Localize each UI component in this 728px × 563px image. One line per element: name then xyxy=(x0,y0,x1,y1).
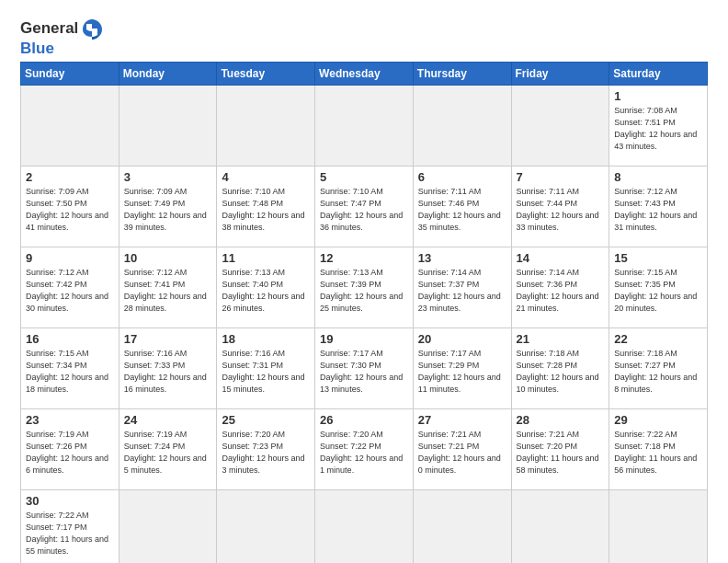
calendar-cell: 29Sunrise: 7:22 AMSunset: 7:18 PMDayligh… xyxy=(609,409,708,490)
calendar-row: 2Sunrise: 7:09 AMSunset: 7:50 PMDaylight… xyxy=(21,167,708,247)
day-info: Sunrise: 7:10 AMSunset: 7:47 PMDaylight:… xyxy=(320,186,408,234)
day-number: 22 xyxy=(614,332,702,346)
calendar-cell: 17Sunrise: 7:16 AMSunset: 7:33 PMDayligh… xyxy=(119,328,217,409)
calendar-cell: 24Sunrise: 7:19 AMSunset: 7:24 PMDayligh… xyxy=(119,409,217,490)
day-info: Sunrise: 7:14 AMSunset: 7:37 PMDaylight:… xyxy=(418,267,506,315)
day-number: 24 xyxy=(124,413,212,427)
day-number: 13 xyxy=(418,251,506,265)
day-info: Sunrise: 7:20 AMSunset: 7:23 PMDaylight:… xyxy=(222,429,310,477)
calendar-cell: 14Sunrise: 7:14 AMSunset: 7:36 PMDayligh… xyxy=(511,247,609,328)
calendar-cell: 23Sunrise: 7:19 AMSunset: 7:26 PMDayligh… xyxy=(21,409,119,490)
day-number: 14 xyxy=(517,251,605,265)
calendar-cell: 10Sunrise: 7:12 AMSunset: 7:41 PMDayligh… xyxy=(119,247,217,328)
day-number: 15 xyxy=(614,251,702,265)
calendar: SundayMondayTuesdayWednesdayThursdayFrid… xyxy=(20,62,708,563)
calendar-cell xyxy=(511,490,609,564)
page: General Blue SundayMondayTuesdayWednesda… xyxy=(0,0,728,563)
calendar-cell: 1Sunrise: 7:08 AMSunset: 7:51 PMDaylight… xyxy=(609,86,708,167)
logo-blue-text: Blue xyxy=(20,40,106,56)
calendar-cell: 21Sunrise: 7:18 AMSunset: 7:28 PMDayligh… xyxy=(511,328,609,409)
day-number: 12 xyxy=(320,251,408,265)
calendar-cell xyxy=(511,86,609,167)
day-info: Sunrise: 7:19 AMSunset: 7:24 PMDaylight:… xyxy=(124,429,212,477)
day-number: 17 xyxy=(124,332,212,346)
day-info: Sunrise: 7:15 AMSunset: 7:35 PMDaylight:… xyxy=(614,267,702,315)
day-info: Sunrise: 7:12 AMSunset: 7:43 PMDaylight:… xyxy=(614,186,702,234)
day-number: 27 xyxy=(418,413,506,427)
day-info: Sunrise: 7:10 AMSunset: 7:48 PMDaylight:… xyxy=(222,186,310,234)
weekday-header: Wednesday xyxy=(315,63,414,86)
calendar-cell xyxy=(119,490,217,564)
day-info: Sunrise: 7:12 AMSunset: 7:42 PMDaylight:… xyxy=(26,267,114,315)
day-info: Sunrise: 7:18 AMSunset: 7:27 PMDaylight:… xyxy=(614,348,702,396)
calendar-row: 9Sunrise: 7:12 AMSunset: 7:42 PMDaylight… xyxy=(21,247,708,328)
day-info: Sunrise: 7:22 AMSunset: 7:18 PMDaylight:… xyxy=(614,429,702,477)
day-number: 3 xyxy=(124,170,212,184)
day-number: 6 xyxy=(418,170,506,184)
calendar-cell: 8Sunrise: 7:12 AMSunset: 7:43 PMDaylight… xyxy=(609,167,708,247)
calendar-cell xyxy=(315,86,414,167)
logo-icon xyxy=(79,17,105,42)
day-info: Sunrise: 7:13 AMSunset: 7:39 PMDaylight:… xyxy=(320,267,408,315)
calendar-cell xyxy=(609,490,708,564)
day-info: Sunrise: 7:21 AMSunset: 7:20 PMDaylight:… xyxy=(517,429,605,477)
calendar-cell: 11Sunrise: 7:13 AMSunset: 7:40 PMDayligh… xyxy=(217,247,315,328)
day-info: Sunrise: 7:11 AMSunset: 7:44 PMDaylight:… xyxy=(517,186,605,234)
calendar-cell: 13Sunrise: 7:14 AMSunset: 7:37 PMDayligh… xyxy=(413,247,511,328)
day-info: Sunrise: 7:21 AMSunset: 7:21 PMDaylight:… xyxy=(418,429,506,477)
day-number: 20 xyxy=(418,332,506,346)
calendar-row: 30Sunrise: 7:22 AMSunset: 7:17 PMDayligh… xyxy=(21,490,708,564)
weekday-header-row: SundayMondayTuesdayWednesdayThursdayFrid… xyxy=(21,63,708,86)
day-info: Sunrise: 7:09 AMSunset: 7:50 PMDaylight:… xyxy=(26,186,114,234)
day-info: Sunrise: 7:08 AMSunset: 7:51 PMDaylight:… xyxy=(614,105,702,153)
day-number: 18 xyxy=(222,332,310,346)
day-number: 4 xyxy=(222,170,310,184)
day-number: 7 xyxy=(517,170,605,184)
day-number: 29 xyxy=(614,413,702,427)
weekday-header: Tuesday xyxy=(217,63,315,86)
weekday-header: Friday xyxy=(511,63,609,86)
calendar-cell: 4Sunrise: 7:10 AMSunset: 7:48 PMDaylight… xyxy=(217,167,315,247)
day-info: Sunrise: 7:16 AMSunset: 7:31 PMDaylight:… xyxy=(222,348,310,396)
day-number: 23 xyxy=(26,413,114,427)
calendar-cell: 19Sunrise: 7:17 AMSunset: 7:30 PMDayligh… xyxy=(315,328,414,409)
weekday-header: Thursday xyxy=(413,63,511,86)
calendar-cell: 20Sunrise: 7:17 AMSunset: 7:29 PMDayligh… xyxy=(413,328,511,409)
day-info: Sunrise: 7:17 AMSunset: 7:30 PMDaylight:… xyxy=(320,348,408,396)
calendar-cell: 27Sunrise: 7:21 AMSunset: 7:21 PMDayligh… xyxy=(413,409,511,490)
day-info: Sunrise: 7:16 AMSunset: 7:33 PMDaylight:… xyxy=(124,348,212,396)
logo: General Blue xyxy=(20,17,106,56)
day-info: Sunrise: 7:22 AMSunset: 7:17 PMDaylight:… xyxy=(26,510,114,557)
calendar-cell xyxy=(413,86,511,167)
calendar-cell xyxy=(217,86,315,167)
day-number: 21 xyxy=(517,332,605,346)
calendar-cell: 2Sunrise: 7:09 AMSunset: 7:50 PMDaylight… xyxy=(21,167,119,247)
day-info: Sunrise: 7:18 AMSunset: 7:28 PMDaylight:… xyxy=(517,348,605,396)
day-number: 25 xyxy=(222,413,310,427)
calendar-cell: 25Sunrise: 7:20 AMSunset: 7:23 PMDayligh… xyxy=(217,409,315,490)
day-info: Sunrise: 7:14 AMSunset: 7:36 PMDaylight:… xyxy=(517,267,605,315)
day-number: 8 xyxy=(614,170,702,184)
calendar-cell xyxy=(217,490,315,564)
day-number: 28 xyxy=(517,413,605,427)
day-info: Sunrise: 7:09 AMSunset: 7:49 PMDaylight:… xyxy=(124,186,212,234)
calendar-row: 23Sunrise: 7:19 AMSunset: 7:26 PMDayligh… xyxy=(21,409,708,490)
day-number: 2 xyxy=(26,170,114,184)
day-info: Sunrise: 7:12 AMSunset: 7:41 PMDaylight:… xyxy=(124,267,212,315)
calendar-cell: 3Sunrise: 7:09 AMSunset: 7:49 PMDaylight… xyxy=(119,167,217,247)
calendar-cell: 22Sunrise: 7:18 AMSunset: 7:27 PMDayligh… xyxy=(609,328,708,409)
calendar-row: 1Sunrise: 7:08 AMSunset: 7:51 PMDaylight… xyxy=(21,86,708,167)
weekday-header: Monday xyxy=(119,63,217,86)
calendar-cell: 12Sunrise: 7:13 AMSunset: 7:39 PMDayligh… xyxy=(315,247,414,328)
calendar-cell: 18Sunrise: 7:16 AMSunset: 7:31 PMDayligh… xyxy=(217,328,315,409)
day-number: 10 xyxy=(124,251,212,265)
weekday-header: Sunday xyxy=(21,63,119,86)
day-number: 1 xyxy=(614,89,702,103)
calendar-cell xyxy=(315,490,414,564)
calendar-cell: 30Sunrise: 7:22 AMSunset: 7:17 PMDayligh… xyxy=(21,490,119,564)
day-info: Sunrise: 7:19 AMSunset: 7:26 PMDaylight:… xyxy=(26,429,114,477)
day-info: Sunrise: 7:15 AMSunset: 7:34 PMDaylight:… xyxy=(26,348,114,396)
calendar-cell xyxy=(413,490,511,564)
calendar-row: 16Sunrise: 7:15 AMSunset: 7:34 PMDayligh… xyxy=(21,328,708,409)
day-info: Sunrise: 7:11 AMSunset: 7:46 PMDaylight:… xyxy=(418,186,506,234)
